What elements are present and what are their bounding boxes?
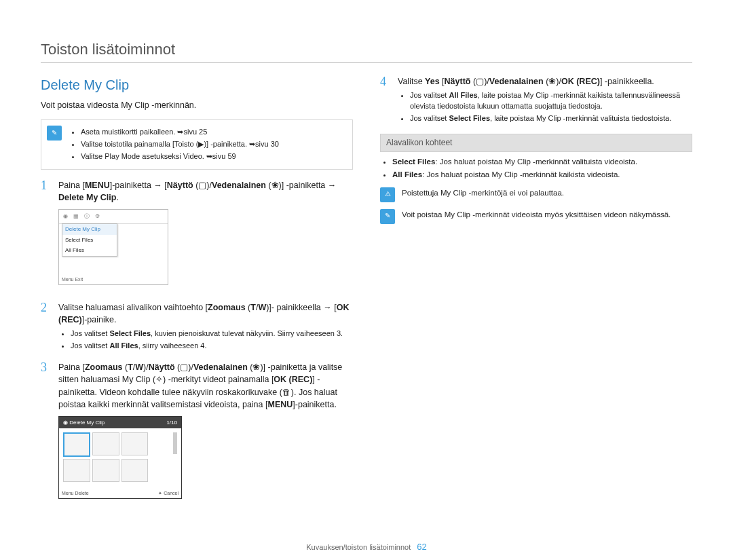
step-1: 1 Paina [MENU]-painiketta → [Näyttö (▢)/… (41, 179, 353, 293)
step-number: 4 (380, 75, 390, 126)
thumbnail (92, 432, 119, 455)
step-text: Paina [MENU]-painiketta → [Näyttö (▢)/Ve… (58, 179, 353, 204)
step-2: 2 Valitse haluamasi alivalikon vaihtoeht… (41, 301, 353, 353)
warning-icon: ⚠ (380, 187, 395, 202)
submenu-header: Alavalikon kohteet (380, 134, 692, 152)
prereq-item: Aseta muistikortti paikalleen. ➥sivu 25 (81, 127, 279, 138)
step-text: Paina [Zoomaus (T/W)/Näyttö (▢)/Vedenala… (58, 361, 353, 411)
thumbnail (92, 459, 119, 482)
prereq-note: ✎ Aseta muistikortti paikalleen. ➥sivu 2… (41, 119, 353, 170)
mock2-title: Delete My Clip (69, 419, 105, 426)
footer-text: Kuvauksen/toiston lisätoiminnot (306, 543, 411, 551)
step-bullet: Jos valitset Select Files, laite poistaa… (410, 113, 692, 124)
step-bullet: Jos valitset Select Files, kuvien pienoi… (71, 329, 353, 339)
mock-footer: Menu Exit (62, 276, 83, 283)
intro-text: Voit poistaa videosta My Clip -merkinnän… (41, 99, 353, 111)
mock2-counter: 1/10 (166, 419, 177, 427)
prereq-item: Valitse Play Mode asetukseksi Video. ➥si… (81, 151, 279, 162)
mock2-right: ✦ Cancel (158, 490, 178, 497)
step-number: 2 (41, 301, 50, 353)
mock-menu-item: All Files (62, 245, 117, 256)
right-column: 4 Valitse Yes [Näyttö (▢)/Vedenalainen (… (380, 75, 692, 507)
submenu-item: Select Files: Jos haluat poistaa My Clip… (392, 156, 692, 168)
submenu-item: All Files: Jos haluat poistaa My Clip -m… (392, 169, 692, 181)
step-text: Valitse haluamasi alivalikon vaihtoehto … (58, 301, 353, 326)
thumbnail-selected (63, 432, 90, 457)
warning-note: ⚠ Poistettuja My Clip -merkintöjä ei voi… (380, 187, 692, 202)
thumbnail (63, 459, 90, 482)
section-title: Delete My Clip (41, 75, 353, 95)
step-number: 3 (41, 361, 50, 499)
ui-mock-menu: ◉▦ⓘ⚙ Delete My Clip Select Files All Fil… (58, 209, 168, 285)
mock-menu-item: Select Files (62, 235, 117, 246)
page-number: 62 (417, 542, 426, 552)
ui-mock-thumbnails: ◉ Delete My Clip 1/10 (58, 416, 182, 499)
chapter-title: Toiston lisätoiminnot (41, 41, 692, 58)
thumbnail (173, 432, 177, 454)
prereq-item: Valitse toistotila painamalla [Toisto (▶… (81, 139, 279, 150)
note-icon: ✎ (47, 126, 62, 141)
step-number: 1 (41, 179, 50, 293)
mock-menu-highlight: Delete My Clip (62, 224, 117, 235)
step-bullet: Jos valitset All Files, siirry vaiheesee… (71, 341, 353, 352)
left-column: Delete My Clip Voit poistaa videosta My … (41, 75, 353, 507)
page-footer: Kuvauksen/toiston lisätoiminnot 62 (0, 542, 733, 552)
info-text: Voit poistaa My Clip -merkinnät videoist… (402, 209, 671, 221)
mock2-left: Menu Delete (62, 490, 89, 497)
info-icon: ✎ (380, 209, 395, 224)
step-text: Valitse Yes [Näyttö (▢)/Vedenalainen (❀)… (398, 75, 692, 88)
divider (41, 62, 692, 63)
thumbnail (121, 432, 149, 455)
warning-text: Poistettuja My Clip -merkintöjä ei voi p… (402, 187, 564, 199)
step-3: 3 Paina [Zoomaus (T/W)/Näyttö (▢)/Vedena… (41, 361, 353, 499)
step-bullet: Jos valitset All Files, laite poistaa My… (410, 90, 692, 112)
thumbnail (121, 459, 149, 482)
info-note: ✎ Voit poistaa My Clip -merkinnät videoi… (380, 209, 692, 224)
step-4: 4 Valitse Yes [Näyttö (▢)/Vedenalainen (… (380, 75, 692, 126)
